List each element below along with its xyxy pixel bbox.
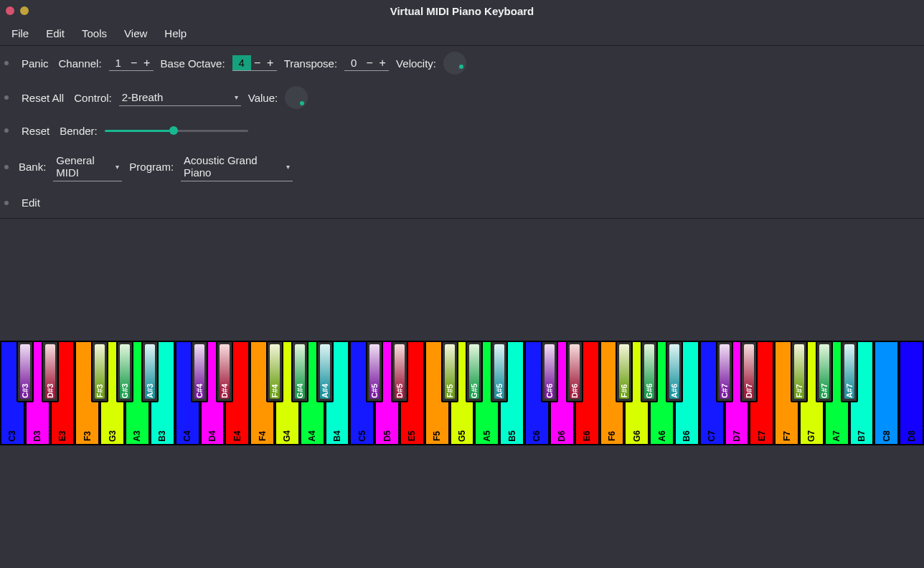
- piano-black-key[interactable]: F#3: [91, 341, 108, 402]
- channel-value[interactable]: 1: [109, 55, 128, 70]
- toolbar-row-3: Reset Bender:: [0, 115, 924, 146]
- key-label: A5: [482, 430, 492, 441]
- key-label: F#3: [95, 384, 104, 398]
- piano-black-key[interactable]: F#7: [791, 341, 808, 402]
- key-label: C#5: [370, 384, 379, 398]
- row-handle-icon: [4, 201, 9, 205]
- key-label: D5: [382, 430, 392, 441]
- toolbars: Panic Channel: 1 − + Base Octave: 4 − + …: [0, 46, 924, 219]
- control-select[interactable]: 2-Breath ▾: [119, 89, 241, 106]
- piano-black-key[interactable]: C#4: [191, 341, 208, 402]
- key-label: D4: [207, 430, 217, 441]
- channel-spinner[interactable]: 1 − +: [109, 55, 154, 71]
- channel-increment[interactable]: +: [141, 57, 154, 70]
- value-knob[interactable]: [285, 86, 308, 109]
- key-label: F#5: [446, 384, 454, 398]
- piano-black-key[interactable]: A#5: [491, 341, 508, 402]
- key-label: B4: [332, 430, 342, 441]
- key-label: G#5: [470, 384, 478, 399]
- key-label: G#3: [121, 384, 129, 399]
- bank-select[interactable]: General MIDI ▾: [53, 152, 122, 181]
- program-select[interactable]: Acoustic Grand Piano ▾: [181, 152, 293, 181]
- row-handle-icon: [4, 61, 9, 65]
- piano-black-key[interactable]: G#5: [466, 341, 483, 402]
- key-label: E7: [757, 431, 767, 442]
- reset-button[interactable]: Reset: [19, 123, 52, 138]
- piano-black-key[interactable]: A#7: [841, 341, 858, 402]
- key-label: D3: [32, 430, 42, 441]
- transpose-increment[interactable]: +: [376, 57, 389, 70]
- key-label: D#7: [745, 384, 753, 398]
- channel-decrement[interactable]: −: [128, 57, 141, 70]
- key-label: F5: [432, 431, 442, 441]
- transpose-decrement[interactable]: −: [363, 57, 376, 70]
- menu-file[interactable]: File: [4, 24, 36, 42]
- bender-slider[interactable]: [105, 124, 248, 137]
- menu-help[interactable]: Help: [157, 24, 194, 42]
- piano-black-key[interactable]: F#5: [441, 341, 458, 402]
- base-octave-value[interactable]: 4: [232, 55, 251, 70]
- menu-tools[interactable]: Tools: [75, 24, 114, 42]
- base-octave-increment[interactable]: +: [264, 57, 277, 70]
- key-label: C7: [707, 430, 717, 441]
- transpose-spinner[interactable]: 0 − +: [344, 55, 389, 71]
- piano-black-key[interactable]: D#5: [391, 341, 408, 402]
- row-handle-icon: [4, 95, 9, 100]
- key-label: C3: [7, 430, 17, 441]
- transpose-value[interactable]: 0: [344, 55, 363, 70]
- piano-black-key[interactable]: A#4: [316, 341, 334, 402]
- chevron-down-icon: ▾: [235, 93, 238, 101]
- key-label: E3: [57, 431, 67, 442]
- titlebar: Virtual MIDI Piano Keyboard: [0, 0, 924, 22]
- piano-black-key[interactable]: G#3: [116, 341, 133, 402]
- menu-view[interactable]: View: [117, 24, 154, 42]
- key-label: G3: [108, 430, 118, 442]
- control-label: Control:: [74, 92, 112, 104]
- key-label: C4: [182, 430, 192, 441]
- piano-black-key[interactable]: A#3: [141, 341, 159, 402]
- edit-button[interactable]: Edit: [19, 195, 43, 210]
- velocity-label: Velocity:: [396, 57, 436, 70]
- velocity-knob[interactable]: [443, 52, 466, 75]
- piano-black-key[interactable]: C#7: [716, 341, 733, 402]
- key-label: C#6: [545, 384, 554, 398]
- key-label: F4: [258, 431, 268, 441]
- key-label: C6: [532, 430, 542, 441]
- piano-black-key[interactable]: D#7: [740, 341, 758, 402]
- piano-black-key[interactable]: D#3: [42, 341, 59, 402]
- program-select-value: Acoustic Grand Piano: [184, 154, 279, 179]
- key-label: C5: [357, 430, 367, 441]
- key-label: D#5: [395, 384, 404, 398]
- piano-keyboard: C3D3E3F3G3A3B3C4D4E4F4G4A4B4C5D5E5F5G5A5…: [0, 341, 924, 445]
- piano-black-key[interactable]: G#4: [291, 341, 308, 402]
- key-label: A#3: [146, 384, 154, 398]
- base-octave-decrement[interactable]: −: [251, 57, 264, 70]
- piano-white-key[interactable]: C8: [874, 341, 899, 445]
- piano-black-key[interactable]: G#7: [816, 341, 833, 402]
- piano-white-key[interactable]: D8: [899, 341, 924, 445]
- menubar: File Edit Tools View Help: [0, 22, 924, 46]
- key-label: D#3: [46, 384, 55, 398]
- chevron-down-icon: ▾: [286, 163, 290, 171]
- base-octave-label: Base Octave:: [161, 57, 225, 70]
- key-label: C#3: [21, 384, 29, 398]
- piano-black-key[interactable]: F#6: [616, 341, 633, 402]
- piano-black-key[interactable]: D#4: [216, 341, 233, 402]
- piano-black-key[interactable]: C#3: [16, 341, 34, 402]
- menu-edit[interactable]: Edit: [39, 24, 72, 42]
- piano-black-key[interactable]: A#6: [666, 341, 683, 402]
- piano-black-key[interactable]: F#4: [266, 341, 283, 402]
- toolbar-row-2: Reset All Control: 2-Breath ▾ Value:: [0, 80, 924, 115]
- key-label: A#4: [321, 384, 329, 398]
- channel-label: Channel:: [59, 57, 102, 70]
- key-label: F6: [607, 431, 617, 441]
- reset-all-button[interactable]: Reset All: [19, 90, 67, 105]
- piano-black-key[interactable]: G#6: [641, 341, 658, 402]
- piano-black-key[interactable]: C#5: [366, 341, 383, 402]
- base-octave-spinner[interactable]: 4 − +: [232, 55, 277, 71]
- key-label: G#4: [296, 384, 304, 399]
- panic-button[interactable]: Panic: [19, 56, 52, 71]
- piano-black-key[interactable]: C#6: [541, 341, 558, 402]
- key-label: A7: [831, 430, 842, 441]
- piano-black-key[interactable]: D#6: [566, 341, 583, 402]
